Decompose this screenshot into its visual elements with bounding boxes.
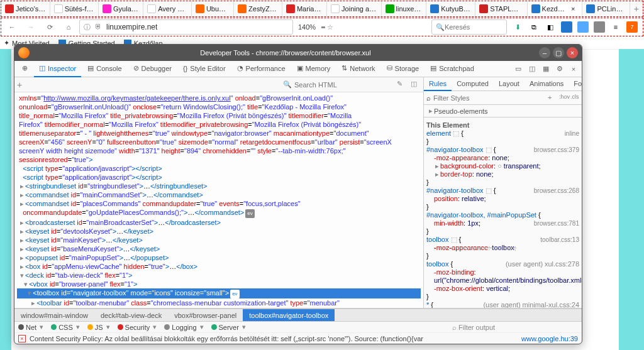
tab-10[interactable]: STAPLE - A — [475, 1, 527, 16]
forward-button[interactable]: → — [23, 19, 39, 35]
url-bar[interactable]: ⓘ ⛨ — [79, 19, 293, 35]
tab-0[interactable]: Jetico's Be — [1, 1, 50, 16]
ext-icon-2[interactable] — [577, 21, 589, 33]
info-icon[interactable]: ⓘ — [84, 23, 92, 31]
braces-icon: {} — [183, 65, 187, 72]
dock-icon[interactable]: ▦ — [540, 63, 552, 75]
home-button[interactable]: ⌂ — [60, 19, 77, 35]
reload-button[interactable]: ⟳ — [42, 19, 58, 35]
tab-debugger[interactable]: ⊘Debugger — [128, 61, 177, 77]
inspector-icon: ◫ — [39, 64, 45, 72]
tab-4[interactable]: Ubuntu t — [192, 1, 234, 16]
tab-5[interactable]: ZestyZapu — [234, 1, 282, 16]
rtab-fonts[interactable]: Fonts — [569, 77, 582, 91]
sidebar-icon[interactable]: ◧ — [545, 21, 556, 33]
devtools-window: Developer Tools - chrome://browser/conte… — [14, 44, 582, 344]
ext-count-badge[interactable]: 7 — [626, 21, 638, 33]
close-button[interactable]: × — [567, 47, 578, 58]
rtab-animations[interactable]: Animations — [525, 77, 569, 91]
bookmark-star-icon[interactable]: ☆ — [327, 23, 333, 31]
rtab-rules[interactable]: Rules — [424, 77, 452, 91]
ext-icon-1[interactable] — [561, 21, 572, 33]
storage-icon: ⛁ — [387, 64, 392, 72]
filter-css[interactable]: CSS ▾ — [51, 323, 81, 331]
crumb-0[interactable]: window#main-window — [14, 309, 94, 322]
pick-element-button[interactable]: ⊕ — [17, 61, 33, 77]
tab-8[interactable]: linuxempi — [382, 1, 427, 16]
devtools-titlebar[interactable]: Developer Tools - chrome://browser/conte… — [14, 45, 582, 61]
eyedropper-icon[interactable]: ✎ — [397, 80, 407, 90]
tab-7[interactable]: Joining an Io — [327, 1, 381, 16]
breadcrumbs: window#main-window deck#tab-view-deck vb… — [14, 309, 582, 321]
tab-memory[interactable]: ▣Memory — [292, 61, 336, 77]
hov-toggle[interactable]: :hov — [559, 94, 568, 102]
shield-icon[interactable]: ⛨ — [95, 23, 104, 31]
search-icon: 🔍 — [283, 80, 292, 89]
cls-toggle[interactable]: .cls — [570, 94, 579, 102]
html-search-input[interactable] — [294, 81, 390, 89]
rtab-computed[interactable]: Computed — [452, 77, 494, 91]
menu-icon[interactable]: ≡ — [610, 21, 621, 33]
reader-icon[interactable]: ••• — [321, 23, 325, 31]
pseudo-section[interactable]: ▸Pseudo-elements — [424, 105, 582, 118]
filter-server[interactable]: Server ▾ — [211, 323, 247, 331]
firefox-icon — [18, 47, 30, 58]
split-console: Net ▾ CSS ▾ JS ▾ Security ▾ Logging ▾ Se… — [14, 321, 582, 344]
bug-icon: ⊘ — [133, 64, 139, 72]
star-icon: ✦ — [4, 39, 9, 47]
back-button[interactable]: ← — [4, 19, 20, 35]
url-input[interactable] — [106, 23, 289, 31]
tab-inspector[interactable]: ◫Inspector — [34, 61, 81, 77]
zoom-level[interactable]: 140% — [296, 23, 318, 31]
filter-logging[interactable]: Logging ▾ — [164, 323, 204, 331]
crumb-1[interactable]: deck#tab-view-deck — [94, 309, 168, 322]
filter-security[interactable]: Security ▾ — [118, 323, 158, 331]
console-source-link[interactable]: www.google.hu:39 — [521, 335, 578, 342]
responsive-icon[interactable]: ▭ — [513, 63, 524, 75]
new-tab-button[interactable]: + — [630, 4, 643, 14]
filter-net[interactable]: Net ▾ — [18, 323, 45, 331]
add-rule-icon[interactable]: + — [548, 94, 557, 102]
minimize-button[interactable]: – — [539, 47, 550, 58]
settings-icon[interactable]: ⚙ — [554, 63, 565, 75]
search-icon: 🔍 — [436, 23, 445, 31]
filter-js[interactable]: JS ▾ — [87, 323, 111, 331]
tab-storage[interactable]: ⛁Storage — [382, 61, 425, 77]
browser-tab-strip: Jetico's Be Sütés-főzé Gyulai ko Avery Z… — [1, 1, 643, 17]
tab-12[interactable]: PCLinuxO — [582, 1, 630, 16]
tab-1[interactable]: Sütés-főzé — [50, 1, 99, 16]
rules-panel[interactable]: This Element element ⬚ {inline } #naviga… — [424, 118, 582, 308]
console-filter[interactable]: ⌕ Filter output — [452, 324, 578, 331]
ext-icon-3[interactable] — [594, 21, 605, 33]
tab-scratchpad[interactable]: ▤Scratchpad — [425, 61, 479, 77]
frames-icon[interactable]: ◫ — [526, 63, 538, 75]
crumb-3[interactable]: toolbox#navigator-toolbox — [243, 309, 335, 322]
tab-network[interactable]: ⇅Network — [336, 61, 380, 77]
tab-console[interactable]: ▤Console — [82, 61, 126, 77]
filter-styles-input[interactable] — [433, 94, 545, 102]
crumb-2[interactable]: vbox#browser-panel — [168, 309, 243, 322]
tab-style-editor[interactable]: {}Style Editor — [178, 61, 231, 77]
highlight-icon[interactable]: ◫ — [411, 80, 421, 90]
console-message[interactable]: Content Security Policy: Az oldal beállí… — [30, 335, 518, 342]
tab-6[interactable]: Marianne — [282, 1, 327, 16]
close-devtools-icon[interactable]: × — [568, 63, 579, 75]
markup-view[interactable]: xmlns="http://www.mozilla.org/keymaster/… — [14, 92, 423, 308]
downloads-icon[interactable]: ⬇ — [512, 21, 523, 33]
error-icon: × — [18, 335, 26, 342]
tab-11[interactable]: Kezdőlap× — [528, 1, 583, 16]
add-node-button[interactable]: + — [17, 80, 30, 90]
html-search[interactable]: 🔍 — [280, 80, 393, 89]
maximize-button[interactable]: ▢ — [553, 47, 564, 58]
tab-3[interactable]: Avery Zwe — [143, 1, 192, 16]
network-icon: ⇅ — [341, 64, 347, 72]
tab-performance[interactable]: ◔Performance — [232, 61, 291, 77]
gauge-icon: ◔ — [237, 64, 243, 72]
console-icon: ▤ — [87, 64, 94, 72]
tab-9[interactable]: KutyuBazá — [426, 1, 475, 16]
close-icon[interactable]: × — [568, 5, 578, 13]
rtab-layout[interactable]: Layout — [494, 77, 525, 91]
tab-2[interactable]: Gyulai ko — [99, 1, 143, 16]
search-box[interactable]: 🔍 — [431, 19, 507, 35]
library-icon[interactable]: ⧉ — [528, 21, 540, 33]
